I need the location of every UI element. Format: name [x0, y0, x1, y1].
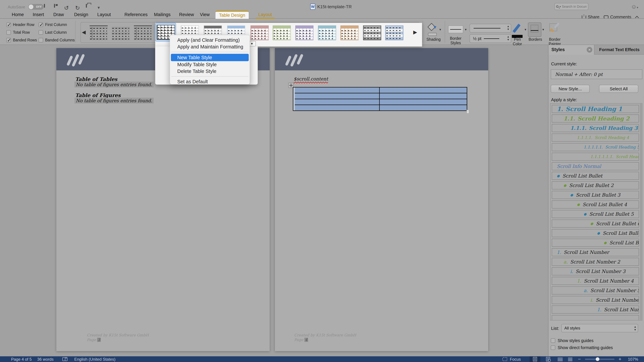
focus-label[interactable]: Focus: [510, 357, 521, 362]
search-input[interactable]: ▾ Search in Document: [554, 3, 588, 10]
zoom-in-button[interactable]: +: [618, 356, 622, 362]
style-item[interactable]: 1.1.Scroll Heading 2: [552, 114, 639, 122]
table-resize-handle[interactable]: [466, 110, 469, 113]
last-column-checkbox[interactable]: [38, 30, 43, 35]
table-row[interactable]: [293, 87, 467, 93]
style-item[interactable]: 1.Scroll List Number 7: [552, 306, 639, 314]
checkbox-first-column[interactable]: First Column: [38, 22, 67, 27]
line-style-up-icon[interactable]: ▲: [507, 25, 510, 28]
tab-mailings[interactable]: Mailings: [154, 12, 170, 17]
zoom-out-button[interactable]: −: [578, 356, 581, 362]
tab-home[interactable]: Home: [12, 12, 24, 17]
table-row[interactable]: [293, 93, 467, 99]
style-item[interactable]: i.Scroll List Number 3: [552, 267, 639, 275]
table-style-thumbnail[interactable]: [340, 25, 358, 40]
style-item[interactable]: a.Scroll List Number 2: [552, 258, 639, 266]
style-item[interactable]: a.Scroll List Number 5: [552, 286, 639, 295]
shading-dropdown-icon[interactable]: ▾: [440, 27, 441, 31]
feedback-smiley-icon[interactable]: ☺▾: [631, 3, 638, 10]
pen-color-dropdown-icon[interactable]: ▾: [524, 27, 526, 31]
search-scope-chevron-icon[interactable]: ▾: [560, 5, 561, 8]
style-item[interactable]: ●Scroll List Bullet 3: [552, 191, 639, 199]
table-style-thumbnail[interactable]: [273, 25, 291, 40]
select-all-button[interactable]: Select All: [599, 85, 638, 93]
open-document-icon[interactable]: [44, 4, 45, 7]
borders-dropdown-icon[interactable]: ▾: [542, 27, 544, 31]
style-item[interactable]: ●Scroll List Bullet 5: [552, 210, 639, 218]
document-page-right[interactable]: $scroll.content Created by K15t Software…: [275, 48, 488, 351]
checkbox-last-column[interactable]: Last Column: [38, 30, 67, 35]
table-style-thumbnail[interactable]: [134, 25, 152, 40]
pen-color-pencil-icon[interactable]: [512, 24, 520, 33]
page-indicator[interactable]: Page 4 of 5: [11, 357, 32, 362]
zoom-slider-track[interactable]: [585, 359, 614, 360]
list-filter-dropdown[interactable]: All styles ▲▼: [561, 324, 638, 332]
show-direct-formatting-checkbox[interactable]: [551, 346, 555, 350]
border-styles-dropdown-icon[interactable]: ▾: [465, 27, 466, 31]
close-icon[interactable]: ×: [587, 47, 592, 53]
print-layout-view-button[interactable]: [530, 356, 540, 362]
print-icon[interactable]: [86, 4, 87, 7]
scroll-content-placeholder[interactable]: $scroll.content: [294, 76, 328, 81]
style-item[interactable]: 1.Scroll List Number 4: [552, 277, 639, 285]
line-style-down-icon[interactable]: ▼: [507, 28, 510, 31]
style-item[interactable]: 1.Scroll Heading 1: [552, 105, 639, 113]
checkbox-banded-rows[interactable]: Banded Rows: [6, 38, 37, 42]
zoom-slider-knob[interactable]: [596, 357, 600, 361]
tab-review[interactable]: Review: [179, 12, 194, 17]
table-row[interactable]: [293, 105, 467, 110]
checkbox-header-row[interactable]: Header Row: [6, 22, 34, 27]
style-item[interactable]: ●Scroll List Bullet 2: [552, 181, 639, 189]
borders-button[interactable]: [528, 22, 541, 37]
header-row-checkbox[interactable]: [6, 22, 11, 27]
style-item[interactable]: 1.1.1.1.Scroll Heading 4: [552, 134, 639, 142]
zoom-percent[interactable]: 107%: [628, 357, 638, 362]
outline-view-button[interactable]: [555, 356, 566, 362]
draft-view-button[interactable]: [565, 356, 576, 362]
menu-item-set-as-default[interactable]: Set as Default: [170, 78, 250, 85]
new-style-button[interactable]: New Style...: [551, 85, 590, 93]
table-style-thumbnail[interactable]: [363, 25, 381, 40]
tab-insert[interactable]: Insert: [33, 12, 44, 17]
menu-item-modify-table-style[interactable]: Modify Table Style: [170, 61, 250, 68]
style-item[interactable]: ●Scroll List Bullet 4: [552, 200, 639, 209]
menu-item-delete-table-style[interactable]: Delete Table Style: [170, 68, 250, 75]
tab-draw[interactable]: Draw: [53, 12, 64, 17]
style-item[interactable]: ●Scroll List Bullet 8: [552, 239, 639, 247]
table-style-thumbnail[interactable]: [318, 25, 336, 40]
document-page-left[interactable]: Table of Tables No table of figures entr…: [56, 48, 270, 351]
style-item[interactable]: Scroll Info Normal: [552, 162, 639, 170]
style-item[interactable]: ●Scroll List Bullet: [552, 172, 639, 180]
styles-list[interactable]: 1.Scroll Heading 1 1.1.Scroll Heading 2 …: [550, 103, 642, 321]
style-item[interactable]: ●Scroll List Bullet 6: [552, 220, 639, 228]
customize-toolbar-icon[interactable]: ▾: [98, 5, 100, 10]
language-indicator[interactable]: English (United States): [74, 357, 116, 362]
line-style-selector[interactable]: ▲▼: [470, 24, 511, 32]
gallery-scroll-left-icon[interactable]: ◀: [82, 29, 86, 35]
menu-item-apply-clear[interactable]: Apply (and Clear Formatting): [170, 37, 250, 43]
style-item[interactable]: 1.1.1.1.1.1.Scroll Heading 6: [552, 153, 639, 161]
table-style-thumbnail[interactable]: [385, 25, 403, 40]
style-item[interactable]: 1.1.1.1.1.Scroll Heading 5: [552, 143, 639, 151]
show-styles-guides-option[interactable]: Show styles guides: [551, 338, 594, 343]
table-row[interactable]: [293, 99, 467, 105]
style-item[interactable]: 1.1.1.Scroll Heading 3: [552, 124, 639, 132]
tab-references[interactable]: References: [124, 12, 148, 17]
menu-item-apply-maintain[interactable]: Apply and Maintain Formatting: [170, 43, 250, 50]
show-direct-formatting-option[interactable]: Show direct formatting guides: [551, 345, 613, 350]
tab-format-text-effects[interactable]: Format Text Effects: [594, 45, 644, 55]
first-column-checkbox[interactable]: [38, 22, 43, 27]
line-weight-up-icon[interactable]: ▲: [507, 35, 510, 38]
autosave-toggle[interactable]: OFF: [28, 4, 44, 10]
proofing-status-icon[interactable]: [62, 357, 68, 361]
style-item[interactable]: 1.Scroll List Number: [552, 248, 639, 256]
table-style-thumbnail[interactable]: [250, 25, 269, 40]
banded-columns-checkbox[interactable]: [38, 38, 43, 42]
total-row-checkbox[interactable]: [6, 30, 11, 35]
word-count[interactable]: 36 words: [37, 357, 54, 362]
tab-layout[interactable]: Layout: [97, 12, 111, 17]
style-item[interactable]: ●Scroll List Bullet 7: [552, 229, 639, 237]
tab-design[interactable]: Design: [74, 12, 88, 17]
gallery-scroll-right-icon[interactable]: ▶: [413, 29, 417, 35]
style-item-partial[interactable]: [552, 315, 639, 321]
